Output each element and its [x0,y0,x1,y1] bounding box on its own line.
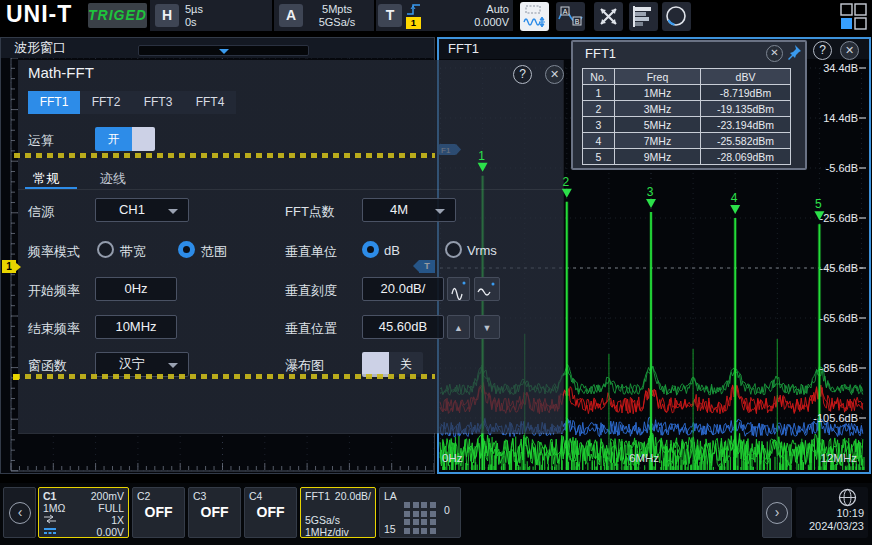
waveform-select-tool-button[interactable] [520,2,549,31]
la-bit [421,511,427,517]
trigger-key[interactable]: T [378,4,402,27]
trigger-edge-icon [406,3,423,16]
search-zoom-tool-button[interactable] [662,2,691,31]
search-zoom-icon [662,2,691,31]
svg-text:-25.6dB: -25.6dB [819,212,858,224]
la-bit [421,528,427,534]
vertical-scale-label: 垂直刻度 [285,282,337,300]
operation-toggle[interactable]: 开 [95,127,155,151]
vscale-compress-button[interactable] [447,277,470,301]
fft-results-panel[interactable]: FFT1 ✕ No.FreqdBV 11MHz-8.719dBm23MHz-19… [571,40,807,170]
fft-points-dropdown[interactable]: 4M [362,198,456,222]
dialog-title: Math-FFT [28,64,94,81]
table-header-row: No.FreqdBV [583,69,791,85]
stop-freq-label: 结束频率 [28,320,80,338]
brand-logo: UNI-T [6,1,72,28]
la-bit [430,528,436,534]
tab-fft4[interactable]: FFT4 [184,91,236,114]
window-selector-dropdown[interactable] [138,45,309,56]
svg-text:-65.6dB: -65.6dB [819,312,858,324]
source-value: CH1 [96,199,168,221]
dialog-help-button[interactable]: ? [513,65,532,84]
la-bit [413,502,419,508]
freq-mode-bandwidth-radio[interactable] [97,241,114,258]
window-layout-button[interactable] [839,3,869,31]
fft-window-close-button[interactable]: ✕ [840,41,859,60]
c3-state: OFF [189,504,240,520]
clock-date: 2024/03/23 [796,520,864,532]
tab-fft2[interactable]: FFT2 [80,91,132,114]
chevron-down-icon [219,49,229,54]
ch1-position-marker[interactable]: 1 [2,260,16,273]
dialog-close-button[interactable]: ✕ [545,65,564,84]
fft-card-scale: 20.0dB/ [335,490,371,502]
vertical-position-input[interactable]: 45.60dB [362,315,444,339]
ch1-waveform-top-rail [14,153,435,158]
crossed-arrows-tool-button[interactable] [594,2,623,31]
horizontal-section[interactable]: H 5µs 0s [150,0,272,31]
c2-state: OFF [133,504,184,520]
results-panel-close-button[interactable]: ✕ [766,45,783,62]
memory-depth-value: 5Mpts [304,3,370,15]
ch1-ground-marker [13,374,19,380]
fft-results-table-body: 11MHz-8.719dBm23MHz-19.135dBm35MHz-23.19… [583,85,791,165]
vpos-up-button[interactable]: ▲ [447,315,470,339]
trigger-status-badge: TRIGED [88,3,147,28]
histogram-tool-button[interactable] [629,2,658,31]
operation-toggle-pad [132,127,155,151]
impedance-icon [43,514,57,524]
la-card[interactable]: LA 0 15 [379,487,461,538]
waveform-select-icon [520,2,549,31]
waterfall-label: 瀑布图 [285,357,324,375]
vscale-expand-button[interactable] [474,277,500,301]
sample-rate-value: 5GSa/s [304,16,370,28]
freq-mode-range-radio[interactable] [178,241,195,258]
trigger-mode-value: Auto [486,3,509,15]
svg-text:B: B [575,18,580,25]
fft-window-help-button[interactable]: ? [813,41,832,60]
vpos-down-button[interactable]: ▼ [474,315,500,339]
source-dropdown[interactable]: CH1 [95,198,189,222]
vunit-vrms-radio[interactable] [445,241,462,258]
chevron-down-icon [435,209,445,214]
results-panel-title: FFT1 [585,46,616,61]
la-bit [430,502,436,508]
svg-text:-105.6dB: -105.6dB [813,412,858,424]
channel-c1-card[interactable]: C1200mV 1MΩFULL 1X 0.00V [38,487,129,538]
ab-waveform-tool-button[interactable]: AB [556,2,585,31]
tab-trace[interactable]: 迹线 [100,170,126,188]
start-freq-input[interactable]: 0Hz [95,277,177,301]
oscilloscope-screen: UNI-T TRIGED H 5µs 0s A 5Mpts 5GSa/s T 1… [0,0,872,545]
fft1-card[interactable]: FFT120.0dB/ 5GSa/s 1MHz/div [300,487,376,538]
stop-freq-input[interactable]: 10MHz [95,315,177,339]
channel-c2-card[interactable]: C2 OFF [132,487,185,538]
table-col-header: dBV [701,69,791,85]
expand-right-button[interactable]: › [762,487,792,538]
vunit-db-radio[interactable] [362,241,379,258]
tab-fft1[interactable]: FFT1 [28,91,80,114]
collapse-channels-button[interactable]: ‹ [3,487,36,538]
horizontal-key[interactable]: H [155,4,179,27]
la-high-bit: 0 [444,504,450,516]
pin-icon[interactable] [788,43,806,63]
table-col-header: No. [583,69,615,85]
c1-scale: 200mV [91,490,124,502]
table-row: 11MHz-8.719dBm [583,85,791,101]
clock-card[interactable]: 10:19 2024/03/23 [796,487,868,538]
acquire-key[interactable]: A [279,4,303,27]
acquire-section[interactable]: A 5Mpts 5GSa/s [274,0,374,31]
divider [18,189,563,190]
vertical-scale-input[interactable]: 20.0dB/ [362,277,444,301]
channel-c4-card[interactable]: C4 OFF [244,487,297,538]
trigger-section[interactable]: T 1 Auto 0.000V [376,0,513,31]
fft-card-hdiv: 1MHz/div [305,526,371,538]
trigger-level-marker[interactable]: T [413,260,435,273]
tab-fft3[interactable]: FFT3 [132,91,184,114]
chevron-down-icon [168,209,178,214]
c3-name: C3 [193,490,236,502]
la-bit [413,519,419,525]
channel-c3-card[interactable]: C3 OFF [188,487,241,538]
window-func-label: 窗函数 [28,357,67,375]
tab-general[interactable]: 常规 [33,170,59,188]
la-bit [404,502,410,508]
